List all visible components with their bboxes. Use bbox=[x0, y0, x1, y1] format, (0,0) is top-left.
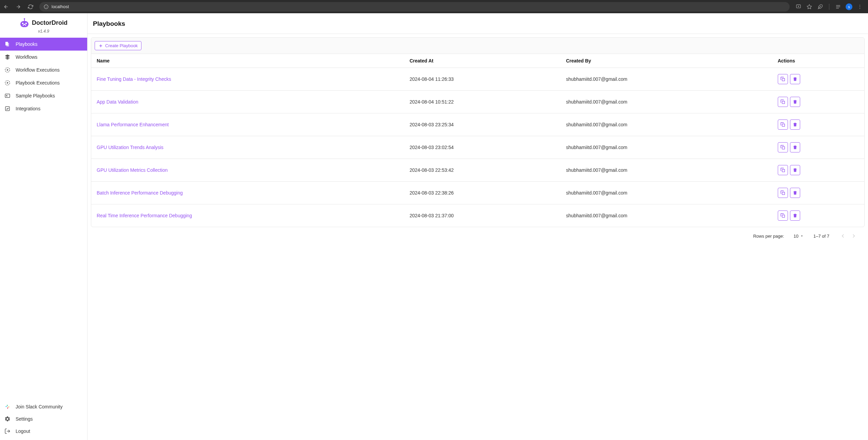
svg-point-8 bbox=[860, 8, 860, 8]
delete-button[interactable] bbox=[790, 210, 800, 221]
playbook-name-link[interactable]: Real Time Inference Performance Debuggin… bbox=[97, 213, 192, 218]
chevron-down-icon bbox=[800, 234, 804, 238]
sidebar-footer: Join Slack Community Settings Logout bbox=[0, 401, 87, 440]
playbooks-icon bbox=[4, 41, 11, 48]
forward-button[interactable] bbox=[15, 3, 22, 10]
extensions-icon[interactable] bbox=[817, 3, 824, 10]
app-root: DoctorDroid v1.4.9 Playbooks Workflows bbox=[0, 13, 868, 440]
logo[interactable]: DoctorDroid bbox=[0, 18, 87, 28]
svg-rect-21 bbox=[8, 407, 10, 407]
table-container: Create Playbook Name Created At Created … bbox=[91, 37, 865, 227]
sidebar-item-integrations[interactable]: Integrations bbox=[0, 102, 87, 115]
playbook-name-link[interactable]: GPU Utilization Trends Analysis bbox=[97, 145, 163, 150]
copy-button[interactable] bbox=[778, 74, 788, 84]
table-row: Batch Inference Performance Debugging 20… bbox=[91, 182, 864, 204]
delete-button[interactable] bbox=[790, 120, 800, 130]
next-page-button[interactable] bbox=[850, 232, 858, 240]
previous-page-button[interactable] bbox=[839, 232, 847, 240]
sidebar-item-workflows[interactable]: Workflows bbox=[0, 51, 87, 63]
trash-icon bbox=[792, 76, 798, 82]
create-button-label: Create Playbook bbox=[105, 43, 138, 48]
delete-button[interactable] bbox=[790, 188, 800, 198]
sidebar-item-label: Logout bbox=[16, 428, 30, 434]
sidebar-item-logout[interactable]: Logout bbox=[0, 425, 87, 437]
create-playbook-button[interactable]: Create Playbook bbox=[95, 41, 141, 50]
sidebar-item-label: Join Slack Community bbox=[16, 404, 63, 409]
svg-point-13 bbox=[25, 23, 27, 24]
slack-icon bbox=[4, 403, 11, 410]
playbook-name-link[interactable]: App Data Validation bbox=[97, 99, 138, 105]
table-toolbar: Create Playbook bbox=[91, 38, 864, 54]
trash-icon bbox=[792, 145, 798, 150]
install-icon[interactable] bbox=[795, 3, 802, 10]
svg-rect-20 bbox=[5, 406, 7, 407]
th-actions: Actions bbox=[772, 54, 864, 68]
sidebar-item-settings[interactable]: Settings bbox=[0, 413, 87, 425]
svg-rect-22 bbox=[7, 405, 8, 406]
sidebar-item-label: Workflows bbox=[16, 54, 37, 60]
sidebar-item-workflow-executions[interactable]: Workflow Executions bbox=[0, 63, 87, 76]
svg-rect-28 bbox=[782, 124, 785, 126]
created-at-cell: 2024-08-03 22:53:42 bbox=[404, 159, 560, 182]
playbook-name-link[interactable]: GPU Utilization Metrics Collection bbox=[97, 167, 168, 173]
th-created-at: Created At bbox=[404, 54, 560, 68]
svg-point-9 bbox=[24, 18, 25, 20]
trash-icon bbox=[792, 99, 798, 105]
sample-playbooks-icon bbox=[4, 92, 11, 99]
sidebar-item-sample-playbooks[interactable]: Sample Playbooks bbox=[0, 89, 87, 102]
sidebar-item-label: Workflow Executions bbox=[16, 67, 60, 73]
table-row: GPU Utilization Trends Analysis 2024-08-… bbox=[91, 136, 864, 159]
created-by-cell: shubhamiitd.007@gmail.com bbox=[561, 159, 772, 182]
browser-nav-buttons bbox=[3, 3, 34, 10]
trash-icon bbox=[792, 122, 798, 127]
app-name: DoctorDroid bbox=[32, 19, 67, 26]
logo-icon bbox=[20, 18, 29, 28]
created-at-cell: 2024-08-03 23:02:54 bbox=[404, 136, 560, 159]
settings-icon bbox=[4, 416, 11, 422]
sidebar-item-playbooks[interactable]: Playbooks bbox=[0, 38, 87, 51]
delete-button[interactable] bbox=[790, 142, 800, 152]
content-area: Create Playbook Name Created At Created … bbox=[88, 34, 868, 248]
page-title: Playbooks bbox=[93, 20, 861, 28]
reload-button[interactable] bbox=[27, 3, 34, 10]
table-row: GPU Utilization Metrics Collection 2024-… bbox=[91, 159, 864, 182]
copy-button[interactable] bbox=[778, 210, 788, 221]
kebab-menu-icon[interactable] bbox=[856, 3, 863, 10]
created-by-cell: shubhamiitd.007@gmail.com bbox=[561, 136, 772, 159]
copy-button[interactable] bbox=[778, 188, 788, 198]
delete-button[interactable] bbox=[790, 165, 800, 175]
created-by-cell: shubhamiitd.007@gmail.com bbox=[561, 91, 772, 113]
copy-button[interactable] bbox=[778, 165, 788, 175]
copy-icon bbox=[780, 76, 786, 82]
playbook-name-link[interactable]: Batch Inference Performance Debugging bbox=[97, 190, 183, 196]
sidebar-item-playbook-executions[interactable]: Playbook Executions bbox=[0, 76, 87, 89]
copy-icon bbox=[780, 122, 786, 127]
rows-per-page-select[interactable]: 10 bbox=[794, 234, 804, 239]
main-content: Playbooks Create Playbook Name Created A… bbox=[88, 13, 868, 440]
svg-marker-17 bbox=[7, 82, 9, 84]
copy-button[interactable] bbox=[778, 120, 788, 130]
created-by-cell: shubhamiitd.007@gmail.com bbox=[561, 204, 772, 227]
chevron-left-icon bbox=[840, 233, 846, 239]
pagination-range: 1–7 of 7 bbox=[813, 234, 829, 239]
copy-button[interactable] bbox=[778, 97, 788, 107]
back-button[interactable] bbox=[3, 3, 9, 10]
music-icon[interactable] bbox=[835, 3, 842, 10]
user-avatar[interactable]: s bbox=[846, 3, 852, 10]
playbook-name-link[interactable]: Llama Performance Enhancement bbox=[97, 122, 169, 127]
delete-button[interactable] bbox=[790, 74, 800, 84]
table-row: App Data Validation 2024-08-04 10:51:22 … bbox=[91, 91, 864, 113]
playbooks-table: Name Created At Created By Actions Fine … bbox=[91, 54, 864, 227]
url-bar[interactable]: localhost bbox=[39, 2, 790, 12]
pagination: Rows per page: 10 1–7 of 7 bbox=[91, 227, 865, 245]
trash-icon bbox=[792, 167, 798, 173]
sidebar-item-slack[interactable]: Join Slack Community bbox=[0, 401, 87, 413]
bookmark-icon[interactable] bbox=[806, 3, 813, 10]
delete-button[interactable] bbox=[790, 97, 800, 107]
chrome-divider bbox=[829, 4, 829, 10]
copy-button[interactable] bbox=[778, 142, 788, 152]
url-text: localhost bbox=[52, 4, 69, 9]
rows-per-page-label: Rows per page: bbox=[753, 234, 784, 239]
trash-icon bbox=[792, 190, 798, 196]
playbook-name-link[interactable]: Fine Tuning Data - Integrity Checks bbox=[97, 76, 171, 82]
